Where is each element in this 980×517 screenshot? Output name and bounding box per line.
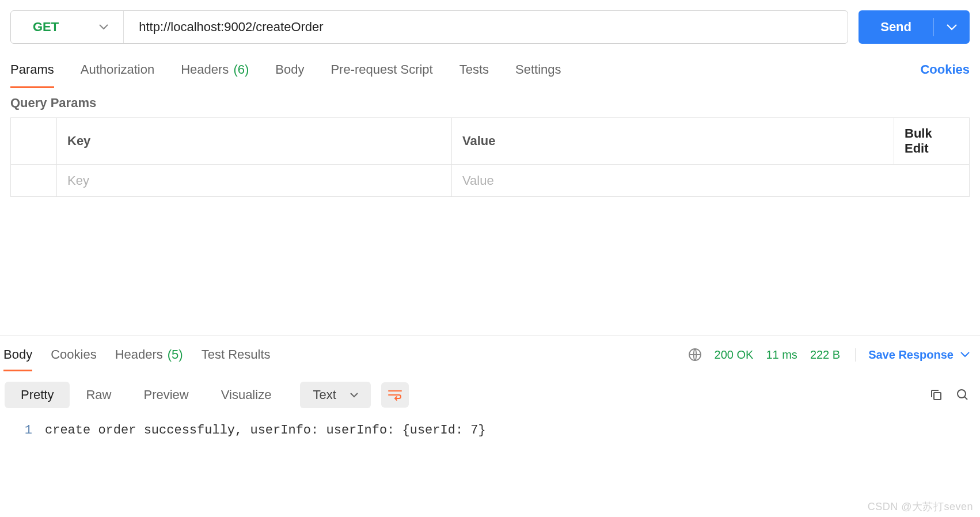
cookies-label: Cookies xyxy=(920,62,970,77)
tab-authorization[interactable]: Authorization xyxy=(81,56,154,88)
tab-count: (6) xyxy=(233,62,249,77)
toolbar-right xyxy=(929,388,970,402)
request-input-wrapper: GET xyxy=(10,10,848,44)
tab-tests[interactable]: Tests xyxy=(459,56,489,88)
chevron-down-icon xyxy=(99,24,108,30)
copy-icon[interactable] xyxy=(929,388,943,402)
send-dropdown-button[interactable] xyxy=(934,24,970,31)
chevron-down-icon xyxy=(350,393,358,398)
wrap-lines-button[interactable] xyxy=(381,382,409,408)
params-checkbox-header xyxy=(11,118,57,164)
response-size: 222 B xyxy=(810,348,840,362)
save-response-button[interactable]: Save Response xyxy=(855,348,970,362)
response-format-select[interactable]: Text xyxy=(300,382,370,408)
response-tab-cookies[interactable]: Cookies xyxy=(51,340,96,369)
request-tabs: Params Authorization Headers (6) Body Pr… xyxy=(0,54,980,88)
tab-body[interactable]: Body xyxy=(275,56,304,88)
tab-label: Headers xyxy=(115,347,163,362)
params-key-header: Key xyxy=(57,118,452,164)
tab-label: Settings xyxy=(515,62,561,77)
params-key-cell xyxy=(57,165,452,196)
response-time: 11 ms xyxy=(766,348,797,362)
tab-params[interactable]: Params xyxy=(10,56,54,88)
send-button-label: Send xyxy=(859,20,933,35)
response-tabs: Body Cookies Headers (5) Test Results 20… xyxy=(0,340,980,370)
tab-label: Params xyxy=(10,62,54,77)
http-method-select[interactable]: GET xyxy=(11,11,124,43)
cookies-link[interactable]: Cookies xyxy=(920,56,970,88)
tab-prerequest[interactable]: Pre-request Script xyxy=(331,56,432,88)
send-button[interactable]: Send xyxy=(859,10,970,44)
response-body-text[interactable]: create order successfully, userInfo: use… xyxy=(45,423,486,438)
response-tab-test-results[interactable]: Test Results xyxy=(202,340,271,369)
watermark: CSDN @大苏打seven xyxy=(868,500,973,514)
request-url-input[interactable] xyxy=(124,11,848,43)
params-table: Key Value Bulk Edit xyxy=(10,117,970,197)
response-section: Body Cookies Headers (5) Test Results 20… xyxy=(0,335,980,438)
bulk-edit-button[interactable]: Bulk Edit xyxy=(894,118,969,164)
params-empty-row xyxy=(11,164,969,196)
params-header-row: Key Value Bulk Edit xyxy=(11,118,969,164)
view-visualize-button[interactable]: Visualize xyxy=(205,382,288,408)
params-value-header: Value xyxy=(452,118,894,164)
view-preview-button[interactable]: Preview xyxy=(127,382,204,408)
request-bar: GET Send xyxy=(0,0,980,54)
response-tab-body[interactable]: Body xyxy=(3,340,32,369)
globe-icon[interactable] xyxy=(688,348,702,362)
tab-label: Body xyxy=(3,347,32,362)
params-value-cell xyxy=(452,165,969,196)
view-mode-group: Pretty Raw Preview Visualize xyxy=(5,382,287,408)
view-raw-button[interactable]: Raw xyxy=(70,382,127,408)
response-tab-headers[interactable]: Headers (5) xyxy=(115,340,183,369)
format-label: Text xyxy=(313,387,336,402)
save-response-label: Save Response xyxy=(868,348,954,362)
tab-settings[interactable]: Settings xyxy=(515,56,561,88)
line-number: 1 xyxy=(10,423,45,438)
param-key-input[interactable] xyxy=(67,173,441,188)
tab-label: Test Results xyxy=(202,347,271,362)
params-checkbox-cell[interactable] xyxy=(11,165,57,196)
response-body: 1 create order successfully, userInfo: u… xyxy=(0,413,980,438)
response-meta: 200 OK 11 ms 222 B Save Response xyxy=(688,348,970,362)
query-params-heading: Query Params xyxy=(0,88,980,117)
tab-headers[interactable]: Headers (6) xyxy=(181,56,249,88)
svg-line-4 xyxy=(964,397,967,400)
tab-label: Body xyxy=(275,62,304,77)
param-value-input[interactable] xyxy=(462,173,959,188)
tab-label: Cookies xyxy=(51,347,96,362)
http-method-label: GET xyxy=(33,20,59,35)
tab-label: Tests xyxy=(459,62,489,77)
tab-label: Authorization xyxy=(81,62,154,77)
chevron-down-icon xyxy=(960,352,970,358)
status-code: 200 OK xyxy=(715,348,754,362)
search-icon[interactable] xyxy=(956,388,970,402)
svg-point-3 xyxy=(958,390,966,398)
view-pretty-button[interactable]: Pretty xyxy=(5,382,70,408)
tab-label: Headers xyxy=(181,62,229,77)
response-body-toolbar: Pretty Raw Preview Visualize Text xyxy=(0,370,980,413)
tab-count: (5) xyxy=(168,347,183,362)
tab-label: Pre-request Script xyxy=(331,62,432,77)
svg-rect-2 xyxy=(934,393,941,400)
